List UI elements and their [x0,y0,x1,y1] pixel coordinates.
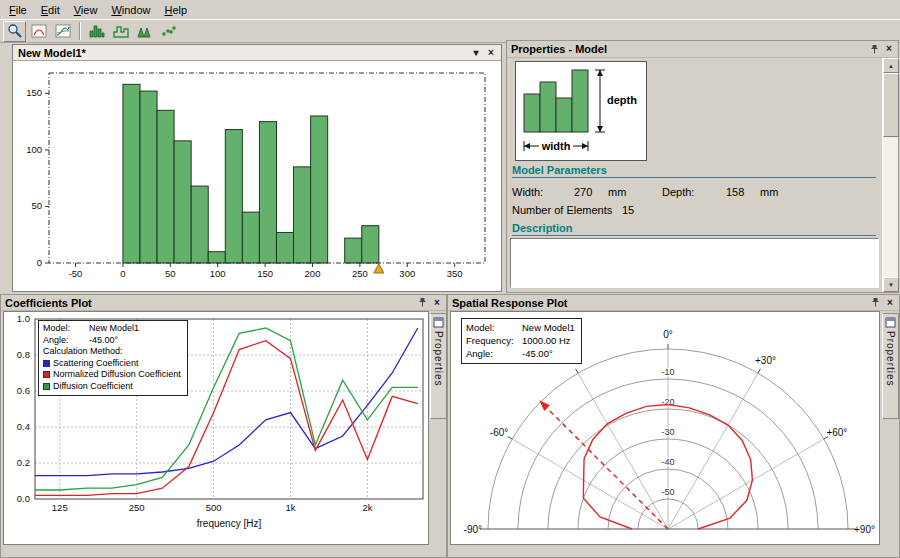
svg-text:-60°: -60° [490,427,508,438]
menu-view[interactable]: View [67,2,105,18]
svg-text:-40: -40 [661,457,674,467]
dimensions-row: Width: 270 mm Depth: 158 mm [512,186,876,200]
svg-text:250: 250 [129,502,145,513]
depth-unit: mm [760,186,778,198]
properties-flyout-tab[interactable]: Properties [430,313,447,419]
description-input[interactable] [510,238,879,288]
close-icon: × [434,298,440,308]
model-element-bar[interactable] [140,91,157,263]
svg-text:150: 150 [257,268,273,279]
elements-label: Number of Elements [512,204,612,216]
pin-icon [869,44,880,55]
scroll-up-button[interactable]: ▲ [883,58,899,73]
coefficients-legend: Model:New Model1 Angle:-45.00° Calculati… [38,320,188,396]
model-element-bar[interactable] [294,167,311,263]
svg-text:200: 200 [305,268,321,279]
legend-model-value: New Model1 [522,322,575,333]
spatial-plot-icon[interactable] [27,21,50,42]
svg-text:100: 100 [210,268,226,279]
svg-text:+60°: +60° [826,427,847,438]
series-swatch [43,360,50,367]
svg-text:300: 300 [399,268,415,279]
model-element-bar[interactable] [362,226,379,263]
svg-text:0.2: 0.2 [17,457,30,468]
properties-scrollbar[interactable]: ▲ ▼ [882,58,898,292]
model-window: New Model1* ▾ × -50050100150200250300350… [12,44,502,292]
depth-label: Depth: [662,186,694,198]
model-element-bar[interactable] [259,122,276,263]
legend-frequency-value: 1000.00 Hz [522,335,571,346]
menu-file[interactable]: File [2,2,34,18]
model-element-bar[interactable] [225,130,242,263]
panel-close-button[interactable]: × [430,296,444,309]
svg-text:2k: 2k [362,502,372,513]
panel-close-button[interactable]: × [882,43,896,56]
pin-button[interactable] [868,296,882,309]
menu-help[interactable]: Help [158,2,195,18]
menu-edit[interactable]: Edit [34,2,67,18]
model-chart-area[interactable]: -50050100150200250300350050100150 [13,61,501,291]
model-histogram[interactable]: -50050100150200250300350050100150 [13,61,499,291]
svg-text:-10: -10 [661,367,674,377]
window-menu-button[interactable]: ▾ [469,46,483,59]
scroll-down-button[interactable]: ▼ [883,277,899,292]
scrollbar-thumb[interactable] [883,73,899,137]
model-element-bar[interactable] [276,232,293,263]
spatial-panel-titlebar: Spatial Response Plot × [448,295,899,311]
model-element-bar[interactable] [345,238,362,263]
toolbar-separator [79,22,81,40]
model-triangles-icon[interactable] [133,21,156,42]
legend-angle-label: Angle: [43,335,89,347]
model-parameters-heading: Model Parameters [512,164,876,178]
depth-value: 158 [726,186,744,198]
legend-angle-value: -45.00° [522,348,553,359]
svg-text:-30: -30 [661,427,674,437]
spatial-legend: Model:New Model1 Frequency:1000.00 Hz An… [461,318,582,364]
angle-marker-arrow[interactable] [539,400,550,411]
spatial-panel-title: Spatial Response Plot [452,297,867,309]
legend-frequency-label: Frequency: [466,334,522,347]
elements-value: 15 [622,204,634,216]
svg-text:width: width [541,140,571,152]
model-bars-icon[interactable] [85,21,108,42]
svg-text:-50: -50 [661,487,674,497]
chevron-down-icon: ▾ [473,48,478,58]
coefficients-chart-area[interactable]: 1252505001k2k0.00.20.40.60.81.0frequency… [3,311,429,545]
pin-button[interactable] [415,296,429,309]
svg-text:100: 100 [26,144,42,155]
legend-angle-label: Angle: [466,347,522,360]
window-close-button[interactable]: × [484,46,498,59]
svg-text:150: 150 [26,87,42,98]
model-element-bar[interactable] [208,252,225,263]
spatial-chart-area[interactable]: 0°+30°+60°+90°-30°-60°-90°-10-20-30-40-5… [450,311,880,545]
svg-text:depth: depth [607,94,637,106]
panel-close-button[interactable]: × [883,296,897,309]
model-element-bar[interactable] [311,116,328,263]
pin-button[interactable] [867,43,881,56]
model-element-bar[interactable] [174,141,191,263]
elements-row: Number of Elements 15 [512,204,876,218]
model-schematic: depthwidth [515,61,647,161]
model-element-bar[interactable] [157,110,174,263]
coefficients-plot-icon[interactable] [51,21,74,42]
properties-panel: Properties - Model × depthwidth Model Pa… [506,40,899,293]
close-icon: × [887,298,893,308]
model-scatter-icon[interactable] [157,21,180,42]
svg-text:500: 500 [206,502,222,513]
model-steps-icon[interactable] [109,21,132,42]
arrow-up-icon: ▲ [888,63,894,69]
coefficients-panel-titlebar: Coefficients Plot × [1,295,446,311]
properties-panel-title: Properties - Model [511,43,866,55]
series-swatch [43,371,50,378]
svg-text:250: 250 [352,268,368,279]
model-element-bar[interactable] [191,186,208,263]
menu-window[interactable]: Window [104,2,157,18]
zoom-icon[interactable] [3,21,26,42]
pin-icon [417,297,428,308]
series-name: Normalized Diffusion Coefficient [53,369,181,379]
properties-flyout-tab[interactable]: Properties [882,313,899,419]
section-marker[interactable] [374,264,384,273]
series-name: Diffusion Coefficient [53,381,133,391]
model-element-bar[interactable] [242,212,259,263]
model-element-bar[interactable] [123,84,140,263]
